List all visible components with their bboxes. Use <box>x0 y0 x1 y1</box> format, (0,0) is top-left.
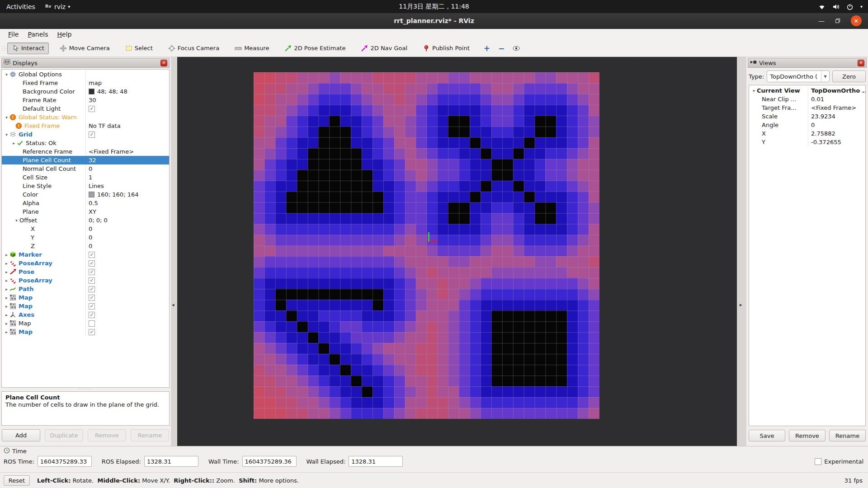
expander-closed-icon[interactable]: ▸ <box>4 296 9 300</box>
display-row-global-options[interactable]: ▾Global Options <box>2 70 169 79</box>
display-row-grid[interactable]: ▾Grid✓ <box>2 130 169 139</box>
render-viewport[interactable] <box>177 57 737 446</box>
display-row-default-light[interactable]: Default Light✓ <box>2 104 169 113</box>
menu-help[interactable]: Help <box>53 29 76 40</box>
checkbox-checked[interactable]: ✓ <box>89 106 95 112</box>
expander-closed-icon[interactable]: ▸ <box>4 304 9 309</box>
ros-time-input[interactable]: 1604375289.33 <box>38 456 92 467</box>
display-row-offset[interactable]: ▾Offset0; 0; 0 <box>2 216 169 225</box>
system-tray[interactable]: ▾ <box>818 3 868 10</box>
tool-move-camera-button[interactable]: Move Camera <box>55 42 114 54</box>
tool-interact-button[interactable]: Interact <box>7 42 49 54</box>
display-row-fixed-frame[interactable]: !Fixed FrameNo TF data <box>2 122 169 130</box>
minimize-button[interactable]: — <box>818 19 825 23</box>
display-row-alpha[interactable]: Alpha0.5 <box>2 199 169 207</box>
display-row-background-color[interactable]: Background Color48; 48; 48 <box>2 87 169 96</box>
display-row-map[interactable]: ▸Map <box>2 319 169 328</box>
checkbox-checked[interactable]: ✓ <box>89 295 95 301</box>
displays-panel-header[interactable]: Displays ✕ <box>1 58 170 68</box>
displays-close-button[interactable]: ✕ <box>160 60 167 66</box>
tool-publish-point-button[interactable]: Publish Point <box>418 42 474 54</box>
checkbox-checked[interactable]: ✓ <box>89 260 95 267</box>
display-row-line-style[interactable]: Line StyleLines <box>2 182 169 190</box>
expander-closed-icon[interactable]: ▸ <box>4 253 9 257</box>
display-row-path[interactable]: ▸Path✓ <box>2 285 169 293</box>
tool-measure-button[interactable]: Measure <box>230 42 274 54</box>
display-row-marker[interactable]: ▸Marker✓ <box>2 250 169 259</box>
display-row-status-ok[interactable]: ▸Status: Ok <box>2 139 169 147</box>
views-rename-button[interactable]: Rename <box>829 430 866 441</box>
add-button[interactable]: Add <box>2 429 40 441</box>
wall-elapsed-input[interactable]: 1328.31 <box>349 456 403 467</box>
display-row-cell-size[interactable]: Cell Size1 <box>2 173 169 182</box>
checkbox-checked[interactable]: ✓ <box>89 252 95 258</box>
restore-button[interactable] <box>835 18 841 24</box>
view-row-current-view[interactable]: ▾Current ViewTopDownOrtho ... <box>749 86 865 95</box>
expander-closed-icon[interactable]: ▸ <box>11 141 17 145</box>
view-row-y[interactable]: Y-0.372655 <box>749 138 865 146</box>
window-titlebar[interactable]: rrt_planner.rviz* - RViz — ✕ <box>0 13 868 29</box>
views-remove-button[interactable]: Remove <box>789 430 826 441</box>
toolbar-drag-handle[interactable]: :::::::: <box>2 47 5 50</box>
display-row-plane[interactable]: PlaneXY <box>2 207 169 216</box>
expander-closed-icon[interactable]: ▸ <box>4 321 9 326</box>
expander-closed-icon[interactable]: ▸ <box>4 278 9 283</box>
menu-file[interactable]: File <box>4 29 23 40</box>
view-type-combobox[interactable]: TopDownOrtho ( ▼ <box>767 70 830 82</box>
clock[interactable]: 11月3日 星期二，11:48 <box>0 3 868 11</box>
display-row-color[interactable]: Color160; 160; 164 <box>2 190 169 199</box>
display-row-posearray[interactable]: ▸PoseArray✓ <box>2 259 169 267</box>
display-row-axes[interactable]: ▸Axes✓ <box>2 310 169 319</box>
checkbox-checked[interactable]: ✓ <box>89 131 95 138</box>
checkbox-checked[interactable]: ✓ <box>89 286 95 292</box>
tool-select-button[interactable]: Select <box>121 42 157 54</box>
expander-closed-icon[interactable]: ▸ <box>4 270 9 274</box>
view-row-target-fra-[interactable]: Target Fra...<Fixed Frame> <box>749 103 865 112</box>
app-menu[interactable]: Rv rviz ▾ <box>45 3 70 11</box>
views-save-button[interactable]: Save <box>749 430 785 441</box>
checkbox-checked[interactable]: ✓ <box>89 303 95 310</box>
display-row-map[interactable]: ▸Map✓ <box>2 302 169 310</box>
display-row-y[interactable]: Y0 <box>2 233 169 242</box>
panel-splitter-handle[interactable]: ······ <box>0 388 171 391</box>
activities-button[interactable]: Activities <box>6 3 35 10</box>
display-row-fixed-frame[interactable]: Fixed Framemap <box>2 79 169 87</box>
view-row-x[interactable]: X2.75882 <box>749 129 865 138</box>
checkbox-checked[interactable]: ✓ <box>89 329 95 335</box>
menu-panels[interactable]: Panels <box>23 29 52 40</box>
display-row-normal-cell-count[interactable]: Normal Cell Count0 <box>2 164 169 173</box>
view-row-angle[interactable]: Angle0 <box>749 121 865 129</box>
tool-zoom-out-button[interactable]: − <box>495 42 508 54</box>
ros-elapsed-input[interactable]: 1328.31 <box>144 456 198 467</box>
display-row-posearray[interactable]: ▸PoseArray✓ <box>2 276 169 285</box>
display-row-map[interactable]: ▸Map✓ <box>2 328 169 336</box>
expander-open-icon[interactable]: ▾ <box>4 132 9 137</box>
close-button[interactable]: ✕ <box>851 15 862 26</box>
checkbox-checked[interactable]: ✓ <box>89 269 95 275</box>
views-close-button[interactable]: ✕ <box>858 60 864 66</box>
display-row-frame-rate[interactable]: Frame Rate30 <box>2 96 169 104</box>
display-row-map[interactable]: ▸Map✓ <box>2 293 169 302</box>
reset-button[interactable]: Reset <box>4 475 30 486</box>
expander-open-icon[interactable]: ▾ <box>4 115 9 120</box>
display-row-global-status-warn[interactable]: ▾!Global Status: Warn <box>2 113 169 122</box>
experimental-checkbox[interactable] <box>815 458 821 465</box>
expander-open-icon[interactable]: ▾ <box>751 89 757 93</box>
expander-open-icon[interactable]: ▾ <box>14 218 19 223</box>
checkbox-unchecked[interactable] <box>89 320 95 327</box>
expander-closed-icon[interactable]: ▸ <box>4 261 9 266</box>
display-row-z[interactable]: Z0 <box>2 242 169 250</box>
display-row-pose[interactable]: ▸Pose✓ <box>2 267 169 276</box>
tool-focus-camera-button[interactable]: Focus Camera <box>164 42 224 54</box>
display-row-x[interactable]: X0 <box>2 225 169 233</box>
wall-time-input[interactable]: 1604375289.36 <box>242 456 297 467</box>
checkbox-checked[interactable]: ✓ <box>89 312 95 318</box>
expander-closed-icon[interactable]: ▸ <box>4 330 9 334</box>
tool-eye-button[interactable] <box>509 42 523 54</box>
view-row-scale[interactable]: Scale23.9234 <box>749 112 865 121</box>
collapse-left-panel-handle[interactable]: ◂ <box>172 302 175 308</box>
tool-zoom-in-button[interactable]: + <box>481 42 493 54</box>
views-panel-header[interactable]: Views ✕ <box>748 58 867 68</box>
expander-closed-icon[interactable]: ▸ <box>4 313 9 317</box>
expander-closed-icon[interactable]: ▸ <box>4 287 9 291</box>
